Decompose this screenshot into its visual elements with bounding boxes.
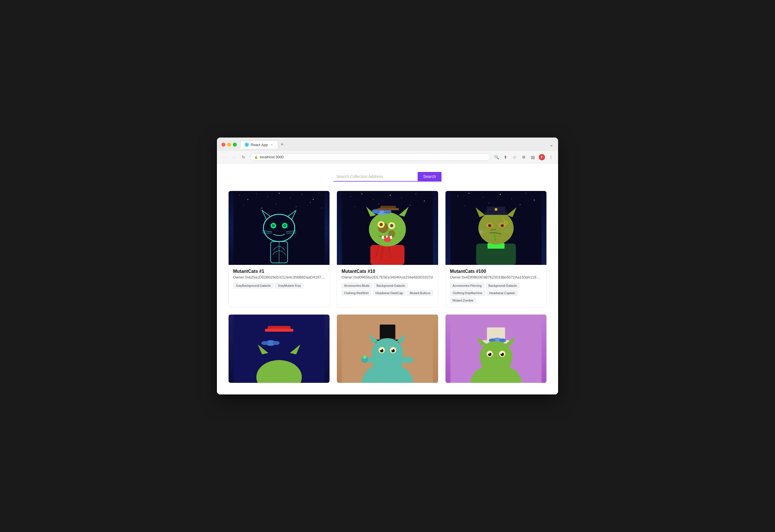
svg-rect-40 (370, 245, 405, 265)
tab-expand-icon[interactable]: ⌄ (549, 142, 554, 148)
svg-point-88 (500, 224, 504, 227)
svg-point-31 (361, 194, 362, 194)
svg-point-118 (380, 348, 382, 350)
nft-card[interactable] (445, 314, 547, 383)
svg-point-12 (276, 203, 277, 204)
nft-owner-1: Owner:0xb25a1D02B029d53212e4c356B6DaaD41… (233, 275, 325, 279)
search-input[interactable] (333, 172, 418, 181)
svg-point-59 (384, 238, 391, 242)
maximize-button[interactable] (233, 143, 237, 147)
svg-rect-51 (377, 208, 399, 210)
svg-marker-18 (288, 210, 296, 219)
forward-button[interactable]: → (230, 154, 237, 161)
svg-point-70 (534, 200, 535, 201)
svg-point-3 (256, 194, 257, 194)
trait-badge: XrayBackground:Galactic (233, 283, 273, 288)
lock-icon: 🔒 (254, 155, 258, 159)
svg-point-14 (310, 202, 311, 203)
close-button[interactable] (221, 143, 225, 147)
toolbar-icons: 🔍 ⬆ ☆ ⚙ ▤ F ⋮ (493, 154, 554, 160)
nft-name-1: MutantCats #1 (233, 269, 325, 274)
active-tab[interactable]: ⚛ React App × (240, 140, 278, 149)
nft-traits-2: Accessories:Blutie Background:Galactic C… (341, 283, 433, 296)
svg-point-38 (379, 203, 379, 204)
nft-card[interactable] (336, 314, 438, 383)
nft-card[interactable] (228, 314, 330, 383)
nft-info-1: MutantCats #1 Owner:0xb25a1D02B029d53212… (228, 265, 329, 292)
new-tab-button[interactable]: + (279, 142, 285, 147)
trait-badge: Background:Galactic (374, 283, 408, 288)
svg-marker-17 (262, 210, 271, 219)
traffic-lights (221, 143, 237, 147)
nft-image-1 (228, 191, 329, 265)
nft-info-3: MutantCats #100 Owner:0x4Df0f803E9B76235… (446, 265, 547, 307)
svg-point-5 (278, 193, 279, 194)
search-container: Search (228, 172, 547, 182)
svg-point-72 (489, 203, 489, 203)
svg-point-99 (273, 341, 280, 345)
nft-image-6 (446, 315, 547, 383)
svg-point-2 (247, 199, 248, 200)
nft-card[interactable]: MutantCats #1 Owner:0xb25a1D02B029d53212… (228, 191, 330, 307)
title-bar: ⚛ React App × + ⌄ (217, 138, 558, 151)
tab-close-button[interactable]: × (269, 142, 274, 147)
trait-badge: Clothing:RedShirt (341, 290, 371, 296)
svg-point-65 (469, 193, 470, 194)
trait-badge: Clothing:DripMachine (450, 290, 485, 296)
svg-point-66 (483, 197, 483, 198)
svg-point-15 (321, 208, 322, 208)
profile-avatar[interactable]: F (539, 154, 545, 160)
svg-point-9 (319, 193, 319, 194)
svg-rect-96 (265, 329, 293, 332)
nft-traits-3: Accessories:Piercing Background:Galactic… (450, 283, 542, 303)
trait-badge: Accessories:Piercing (450, 283, 484, 288)
svg-point-6 (290, 198, 291, 198)
svg-point-32 (373, 199, 373, 200)
svg-rect-56 (382, 236, 384, 239)
svg-point-98 (261, 341, 268, 345)
svg-point-68 (511, 199, 512, 199)
svg-point-1 (239, 195, 240, 196)
svg-point-4 (267, 196, 268, 197)
search-toolbar-icon[interactable]: 🔍 (493, 154, 500, 160)
tab-favicon: ⚛ (244, 142, 249, 147)
svg-point-8 (313, 199, 313, 200)
url-bar[interactable]: 🔒 localhost:3000 (250, 153, 491, 161)
nft-name-3: MutantCats #100 (450, 269, 542, 274)
svg-rect-107 (400, 357, 413, 363)
url-text: localhost:3000 (260, 155, 284, 159)
back-button[interactable]: ← (221, 154, 228, 161)
svg-point-64 (457, 196, 458, 196)
nft-card[interactable]: MutantCats #10 Owner:0xd09656a2EE7E5Ee34… (336, 191, 438, 307)
reload-button[interactable]: ↻ (240, 154, 247, 161)
svg-point-39 (410, 205, 411, 206)
share-icon[interactable]: ⬆ (502, 154, 509, 160)
svg-point-30 (350, 196, 351, 197)
svg-point-67 (500, 194, 501, 195)
search-wrapper: Search (333, 172, 442, 182)
bookmark-icon[interactable]: ☆ (512, 154, 518, 160)
address-bar: ← → ↻ 🔒 localhost:3000 🔍 ⬆ ☆ ⚙ ▤ F ⋮ (217, 151, 558, 163)
minimize-button[interactable] (227, 143, 231, 147)
search-button[interactable]: Search (418, 172, 442, 181)
trait-badge: Accessories:Blutie (341, 283, 372, 288)
tab-title: React App (251, 143, 268, 147)
nft-card[interactable]: MutantCats #100 Owner:0x4Df0f803E9B76235… (445, 191, 547, 307)
svg-point-109 (363, 356, 366, 359)
extensions-icon[interactable]: ⚙ (521, 154, 527, 160)
trait-badge: Mutant:Bullous (407, 290, 433, 296)
svg-point-13 (296, 206, 296, 207)
svg-point-7 (302, 194, 302, 195)
svg-point-36 (424, 201, 425, 201)
trait-badge: Headwear:DarkCap (373, 290, 406, 296)
svg-point-113 (372, 338, 403, 368)
svg-point-22 (283, 224, 286, 227)
nft-image-2 (337, 191, 438, 265)
sidebar-icon[interactable]: ▤ (530, 154, 536, 160)
svg-point-33 (390, 195, 391, 196)
svg-point-54 (379, 223, 383, 226)
svg-point-71 (464, 205, 465, 206)
more-options-icon[interactable]: ⋮ (548, 154, 554, 160)
svg-point-34 (402, 198, 402, 198)
svg-point-87 (488, 224, 491, 227)
